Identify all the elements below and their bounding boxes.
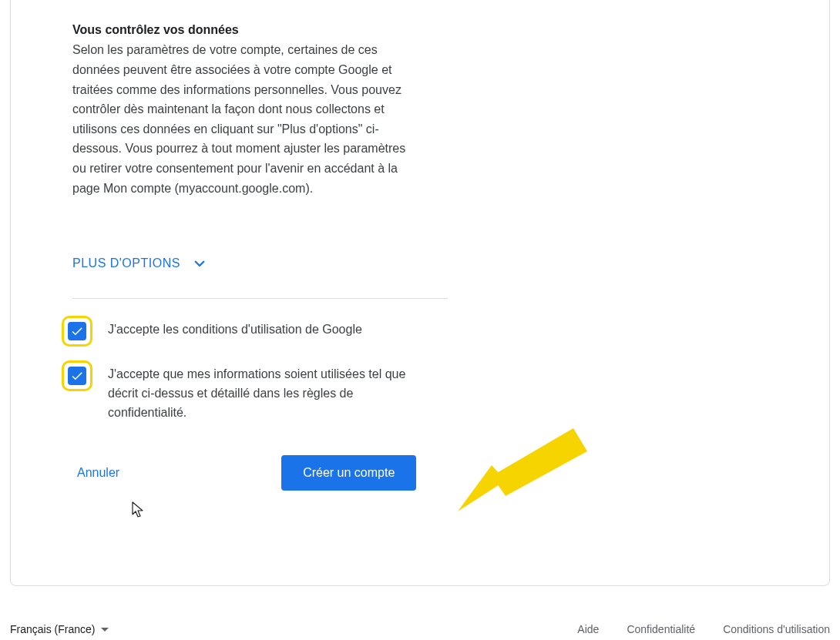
checkbox-highlight [62,316,92,347]
more-options-toggle[interactable]: PLUS D'OPTIONS [72,250,207,276]
checkbox-privacy-label: J'accepte que mes informations soient ut… [108,360,422,422]
language-selector[interactable]: Français (France) [10,623,109,635]
content-area: Vous contrôlez vos données Selon les par… [11,0,477,521]
footer-links: Aide Confidentialité Conditions d'utilis… [577,623,830,635]
footer-link-terms[interactable]: Conditions d'utilisation [723,623,830,635]
chevron-down-icon [193,256,207,270]
language-label: Français (France) [10,623,95,635]
footer-link-privacy[interactable]: Confidentialité [627,623,695,635]
cancel-button[interactable]: Annuler [74,460,123,486]
signup-card: Vous contrôlez vos données Selon les par… [10,0,830,586]
footer: Français (France) Aide Confidentialité C… [10,623,830,635]
create-account-button[interactable]: Créer un compte [281,455,416,491]
check-icon [70,324,84,338]
footer-link-help[interactable]: Aide [577,623,599,635]
checkbox-terms-label: J'accepte les conditions d'utilisation d… [108,316,362,340]
section-title: Vous contrôlez vos données [72,22,422,39]
checkbox-terms[interactable] [68,322,86,340]
divider [72,298,448,299]
check-icon [70,369,84,383]
checkbox-row-privacy: J'accepte que mes informations soient ut… [72,360,422,422]
section-body: Selon les paramètres de votre compte, ce… [72,40,422,198]
actions-row: Annuler Créer un compte [72,455,422,491]
checkbox-privacy[interactable] [68,367,86,385]
caret-down-icon [101,628,109,632]
checkbox-row-terms: J'accepte les conditions d'utilisation d… [72,316,422,347]
checkbox-highlight [62,360,92,391]
more-options-label: PLUS D'OPTIONS [72,256,180,270]
